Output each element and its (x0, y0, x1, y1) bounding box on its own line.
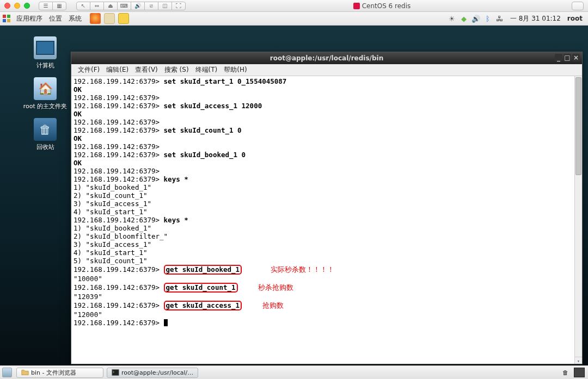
firefox-launcher-icon[interactable] (90, 13, 101, 24)
mac-tool-eject-icon[interactable]: ⏏ (103, 2, 118, 10)
prompt: 192.168.199.142:6379> (74, 94, 160, 102)
scrollbar-down-icon[interactable]: ▾ (575, 357, 582, 364)
mac-right-button[interactable] (572, 2, 584, 10)
gnome-bottom-panel: bin - 文件浏览器 root@apple:/usr/local/… 🗑 (0, 365, 588, 379)
terminal-menubar: 文件(F) 编辑(E) 查看(V) 搜索 (S) 终端(T) 帮助(H) (71, 64, 582, 76)
output: "12000" (74, 310, 102, 319)
desktop-icon-label: 计算机 (21, 61, 70, 70)
output: "12039" (74, 293, 102, 301)
cmd: set skuId_access_1 12000 (164, 102, 262, 110)
output: 3) "skuId_access_1" (74, 240, 151, 248)
terminal-close-button[interactable]: × (572, 54, 580, 61)
svg-rect-1 (7, 15, 10, 18)
cmd: set skuId_start_1 0_1554045087 (164, 77, 287, 85)
file-manager-launcher-icon[interactable] (104, 13, 115, 24)
menu-edit[interactable]: 编辑(E) (103, 65, 132, 74)
desktop-icon-label: root 的主文件夹 (21, 102, 70, 110)
svg-rect-4 (112, 370, 119, 376)
vm-title: CentOS 6 redis (195, 2, 568, 10)
desktop-home-icon[interactable]: root 的主文件夹 (21, 77, 70, 110)
terminal-body[interactable]: 192.168.199.142:6379> set skuId_start_1 … (71, 76, 582, 364)
desktop-computer-icon[interactable]: 计算机 (21, 36, 70, 70)
mac-tool-window-icon[interactable]: ◫ (158, 2, 172, 10)
sound-icon[interactable]: 🔊 (471, 14, 481, 23)
output: 2) "skuId_count_1" (74, 191, 147, 200)
user-label[interactable]: root (567, 15, 583, 22)
terminal-scrollbar[interactable]: ▾ (574, 76, 582, 364)
prompt: 192.168.199.142:6379> (74, 77, 160, 85)
window-controls (4, 3, 30, 9)
prompt: 192.168.199.142:6379> (74, 175, 160, 183)
menu-places[interactable]: 位置 (46, 14, 65, 23)
update-icon[interactable]: ☀ (447, 14, 457, 23)
terminal-window: root@apple:/usr/local/redis/bin _ □ × 文件… (71, 52, 583, 364)
taskbar-item-terminal[interactable]: root@apple:/usr/local/… (107, 368, 198, 378)
mac-tool-keyboard-icon[interactable]: ⌨ (117, 2, 131, 10)
mac-tool-volume-icon[interactable]: 🔊 (131, 2, 145, 10)
output: 1) "skuId_booked_1" (74, 224, 151, 232)
mac-tool-grid-icon[interactable]: ▦ (52, 2, 66, 10)
vm-title-text: CentOS 6 redis (362, 2, 411, 10)
workspace-switcher[interactable] (574, 368, 585, 377)
output: 4) "skuId_start_1" (74, 208, 147, 216)
output: OK (74, 159, 82, 167)
trash-icon (34, 118, 57, 141)
gnome-top-panel: 应用程序 位置 系统 ☀ ◆ 🔊 ᛒ 🖧 一 8月 31 01:12 root (0, 12, 588, 26)
prompt: 192.168.199.142:6379> (74, 167, 160, 175)
desktop-trash-icon[interactable]: 回收站 (21, 118, 70, 151)
cmd: set skuId_booked_1 0 (164, 151, 246, 159)
menu-system[interactable]: 系统 (65, 14, 85, 23)
panel-trash-icon[interactable]: 🗑 (560, 368, 571, 377)
show-desktop-button[interactable] (2, 368, 12, 377)
svg-rect-3 (7, 19, 10, 22)
network-icon[interactable]: 🖧 (495, 14, 505, 23)
notes-launcher-icon[interactable] (118, 13, 129, 24)
prompt: 192.168.199.142:6379> (74, 319, 160, 327)
mac-tool-resize-icon[interactable]: ⇔ (90, 2, 104, 10)
clock-text[interactable]: 一 8月 31 01:12 (510, 14, 561, 23)
menu-help[interactable]: 帮助(H) (220, 65, 250, 74)
output: OK (74, 134, 82, 142)
menu-terminal[interactable]: 终端(T) (192, 65, 221, 74)
zoom-button[interactable] (24, 3, 30, 9)
close-button[interactable] (4, 3, 10, 9)
menu-view[interactable]: 查看(V) (132, 65, 161, 74)
terminal-title-text: root@apple:/usr/local/redis/bin (270, 54, 383, 62)
menu-applications[interactable]: 应用程序 (13, 14, 46, 23)
prompt: 192.168.199.142:6379> (74, 216, 160, 224)
svg-rect-2 (3, 19, 6, 22)
bluetooth-icon[interactable]: ᛒ (483, 14, 493, 23)
terminal-titlebar[interactable]: root@apple:/usr/local/redis/bin _ □ × (71, 52, 582, 64)
cmd-get-access: get skuId_access_1 (164, 301, 242, 310)
computer-icon (34, 36, 57, 59)
menu-file[interactable]: 文件(F) (75, 65, 103, 74)
mac-titlebar: ☰ ▦ ↖ ⇔ ⏏ ⌨ 🔊 ⎚ ◫ ⛶ CentOS 6 redis (0, 0, 588, 12)
output: 3) "skuId_access_1" (74, 200, 151, 208)
terminal-minimize-button[interactable]: _ (555, 54, 562, 61)
mac-tool-cursor-icon[interactable]: ↖ (76, 2, 90, 10)
virtualbox-icon[interactable]: ◆ (459, 14, 469, 23)
output: OK (74, 110, 82, 118)
taskbar-item-filebrowser[interactable]: bin - 文件浏览器 (16, 368, 103, 378)
mac-tool-camera-icon[interactable]: ⎚ (144, 2, 158, 10)
terminal-cursor (164, 319, 168, 326)
output: 2) "skuId_bloomfilter_" (74, 232, 168, 240)
prompt: 192.168.199.142:6379> (74, 118, 160, 126)
annotation-buy: 抢购数 (262, 301, 284, 309)
desktop[interactable]: 计算机 root 的主文件夹 回收站 root@apple:/usr/local… (0, 26, 588, 365)
output: 5) "skuId_count_1" (74, 257, 147, 265)
terminal-icon (112, 369, 119, 376)
applications-icon (2, 14, 11, 23)
terminal-maximize-button[interactable]: □ (564, 54, 571, 61)
mac-tool-list-icon[interactable]: ☰ (39, 2, 53, 10)
minimize-button[interactable] (14, 3, 20, 9)
cmd-get-count: get skuId_count_1 (164, 283, 238, 293)
menu-search[interactable]: 搜索 (S) (161, 65, 192, 74)
folder-icon (21, 369, 29, 376)
taskbar-item-label: root@apple:/usr/local/… (121, 369, 193, 376)
mac-tool-fullscreen-icon[interactable]: ⛶ (171, 2, 186, 10)
output: "10000" (74, 275, 102, 283)
prompt: 192.168.199.142:6379> (74, 126, 160, 134)
scrollbar-thumb[interactable] (575, 77, 581, 175)
prompt: 192.168.199.142:6379> (74, 283, 160, 291)
